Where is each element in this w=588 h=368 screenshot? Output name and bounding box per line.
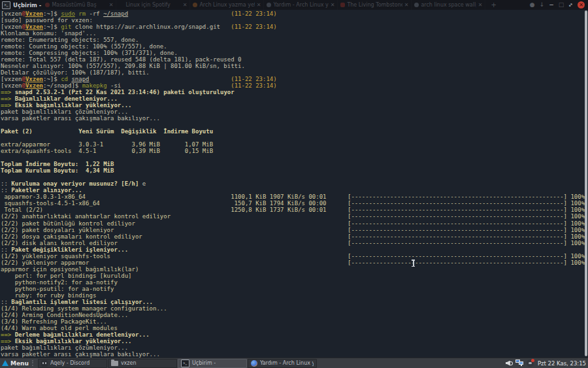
terminal-line: (2/2) disk alanı kontrol ediliyor [-----… <box>1 240 588 246</box>
discord-icon <box>41 360 48 367</box>
restore-button[interactable]: ↔ <box>566 1 576 10</box>
terminal-line <box>1 154 588 161</box>
terminal-line: :: Paket değişiklikleri işleniyor... <box>1 246 588 253</box>
folder-icon <box>111 361 118 366</box>
terminal-line: apparmor-3.0.3-1-x86_64 1100,1 KiB 1907 … <box>1 193 588 200</box>
ghost-tab: The Living Tombstone ✕ <box>338 0 412 10</box>
tab-close-icon: ✕ <box>478 2 483 8</box>
terminal-line: :: Bağlantılı işlemler listesi çalışıyor… <box>1 299 588 305</box>
globe-icon <box>251 360 257 367</box>
terminal-line: varsa paketler arası çakışmalara bakılıy… <box>1 115 588 122</box>
tab-favicon-icon <box>45 3 50 7</box>
ghost-tab: Arch Linux yazma yetkin ✕ <box>190 0 264 10</box>
terminal-line: python-notify2: for aa-notify <box>1 279 588 286</box>
mouse-cursor-ibeam <box>411 259 416 267</box>
terminal-line: [vxzen@Vxzen:~]$ sudo rm -rf ~/snapd (11… <box>1 10 588 17</box>
terminal-line: Nesneler alınıyor: 100% (557/557), 209.8… <box>1 63 588 69</box>
terminal-scrollbar[interactable] <box>585 10 587 356</box>
terminal-line <box>1 135 588 141</box>
tab-favicon-icon <box>414 3 419 7</box>
close-button[interactable]: ✕ <box>578 1 585 8</box>
taskbar-button-discord[interactable]: Aqely - Discord <box>38 359 107 368</box>
terminal-line: ==> Derleme bağımlılıkları denetleniyor.… <box>1 331 588 338</box>
minimize-button[interactable]: − <box>549 1 554 9</box>
tab-favicon-icon <box>340 3 345 7</box>
new-tab-icon: + <box>485 1 501 8</box>
desktop: >_ Uçbirim - Masaüstümü Baş ✕ Linux için… <box>0 0 588 368</box>
ghost-tab: Masaüstümü Baş ✕ <box>42 0 116 10</box>
terminal-line: perl: for perl bindings [kuruldu] <box>1 273 588 279</box>
terminal-line: Toplam İndirme Boyutu: 1,22 MiB <box>1 161 588 167</box>
terminal-line: (2/2) paket dosyaları yükleniyor [------… <box>1 227 588 233</box>
maximize-button[interactable]: □ <box>559 1 564 9</box>
terminal-line: [vxzen@Vxzen:~]$ git clone https://aur.a… <box>1 24 588 30</box>
tab-close-icon: ✕ <box>404 2 409 8</box>
taskbar: Menu Aqely - Discord vxzen >_ Uçbirim - … <box>0 358 588 368</box>
ghost-tab: Yardım - Arch Linux yazm ✕ <box>264 0 338 10</box>
terminal-line: :: Kuruluma onay veriyor musunuz? [E/h] … <box>1 180 588 187</box>
terminal-line: Paket (2) Yeni Sürüm Değişiklik İndirme … <box>1 128 588 135</box>
panel-grip <box>32 360 35 366</box>
terminal-line: paket bağımlılıkları çözümleniyor... <box>1 344 588 351</box>
applications-menu-button[interactable]: Menu <box>0 358 37 368</box>
terminal-line: (2/2) dosya çakışmaları kontrol ediliyor… <box>1 233 588 240</box>
terminal-line: ==> Eksik bağımlılıklar yükleniyor... <box>1 102 588 109</box>
tab-favicon-icon <box>193 3 197 7</box>
terminal-line: [vxzen@Vxzen:~/snapd]$ makepkg -si (11-2… <box>1 82 588 89</box>
terminal-icon: >_ <box>181 360 189 367</box>
terminal-line: (1/2) yükleniyor squashfs-tools [-------… <box>1 253 588 259</box>
terminal-line: Total (2/2) 1250,8 KiB 1737 KiB/s 00:01 … <box>1 207 588 213</box>
tab-close-icon: ✕ <box>109 2 114 8</box>
terminal-line: [sudo] password for vxzen: <box>1 17 588 24</box>
tab-close-icon: ✕ <box>183 2 188 8</box>
window-title: Uçbirim - <box>13 2 41 8</box>
system-tray: Pzt 22 Kas, 23:15 <box>506 358 588 368</box>
terminal-line: remote: Total 557 (delta 187), reused 54… <box>1 56 588 63</box>
volume-icon[interactable] <box>506 360 513 367</box>
window-controls: ● ↓ − □ ↔ ✕ <box>525 0 588 10</box>
terminal-line: Klonlama konumu: 'snapd'... <box>1 30 588 37</box>
terminal-line: ==> Bağımlılıklar denetleniyor... <box>1 95 588 102</box>
terminal-line: varsa paketler arası çakışmalara bakılıy… <box>1 351 588 358</box>
taskbar-button-browser[interactable]: Yardım - Arch Linux yaz... <box>248 359 317 368</box>
terminal-line: remote: Counting objects: 100% (557/557)… <box>1 43 588 50</box>
terminal-line: extra/apparmor 3.0.3-1 3,96 MiB 1,07 MiB <box>1 141 588 148</box>
terminal-line: ruby: for ruby bindings <box>1 292 588 299</box>
terminal-line: Toplam Kurulum Boyutu: 4,34 MiB <box>1 167 588 174</box>
terminal-line: (2/2) paket bütünlüğü kontrol ediliyor [… <box>1 220 588 227</box>
terminal-line: ==> snapd 2.53.2-1 (Pzt 22 Kas 2021 23:1… <box>1 89 588 95</box>
terminal-output[interactable]: [vxzen@Vxzen:~]$ sudo rm -rf ~/snapd (11… <box>0 10 588 358</box>
task-buttons: Aqely - Discord vxzen >_ Uçbirim - Yardı… <box>37 358 317 368</box>
terminal-line: (1/4) Reloading system manager configura… <box>1 305 588 312</box>
taskbar-button-file-manager[interactable]: vxzen <box>108 359 177 368</box>
clock[interactable]: Pzt 22 Kas, 23:15 <box>536 360 586 367</box>
discord-tray-icon[interactable] <box>527 360 534 367</box>
taskbar-button-terminal[interactable]: >_ Uçbirim - <box>178 359 247 368</box>
terminal-line: (2/2) yükleniyor apparmor [-------------… <box>1 259 588 266</box>
download-icon: ↓ <box>540 1 545 9</box>
titlebar: >_ Uçbirim - Masaüstümü Baş ✕ Linux için… <box>0 0 588 10</box>
terminal-line <box>1 174 588 180</box>
terminal-line: (2/4) Arming ConditionNeedsUpdate... <box>1 312 588 318</box>
terminal-line: Deltalar çözülüyor: 100% (187/187), bitt… <box>1 69 588 76</box>
arch-logo-icon <box>2 360 8 366</box>
terminal-line: squashfs-tools-4.5-1-x86_64 150,7 KiB 17… <box>1 200 588 207</box>
tab-close-icon: ✕ <box>331 2 335 8</box>
ghost-tab: Linux için Spotify ✕ <box>116 0 190 10</box>
terminal-line: (4/4) Warn about old perl modules <box>1 325 588 331</box>
terminal-line: [vxzen@Vxzen:~]$ cd snapd (11-22 23:14) <box>1 76 588 82</box>
terminal-line: :: Paketler alınıyor... <box>1 187 588 193</box>
tab-close-icon: ✕ <box>257 2 261 8</box>
terminal-line: remote: Compressing objects: 100% (371/3… <box>1 50 588 56</box>
terminal-line: (2/2) anahtarlıktaki anahtarlar kontrol … <box>1 213 588 220</box>
terminal-line: apparmor için opsiyonel bağımlılık(lar) <box>1 266 588 273</box>
menu-label: Menu <box>10 360 29 367</box>
ghost-tab: arch linux space wallpap ✕ <box>412 0 485 10</box>
network-icon[interactable] <box>515 360 524 367</box>
terminal-line: extra/squashfs-tools 4.5-1 0,39 MiB 0,15… <box>1 148 588 154</box>
terminal-line: remote: Enumerating objects: 557, done. <box>1 37 588 43</box>
ghost-circle-icon: ● <box>530 1 535 9</box>
terminal-window-icon: >_ <box>2 1 10 9</box>
window-title-area: >_ Uçbirim - <box>0 0 41 10</box>
tab-favicon-icon <box>267 3 271 7</box>
